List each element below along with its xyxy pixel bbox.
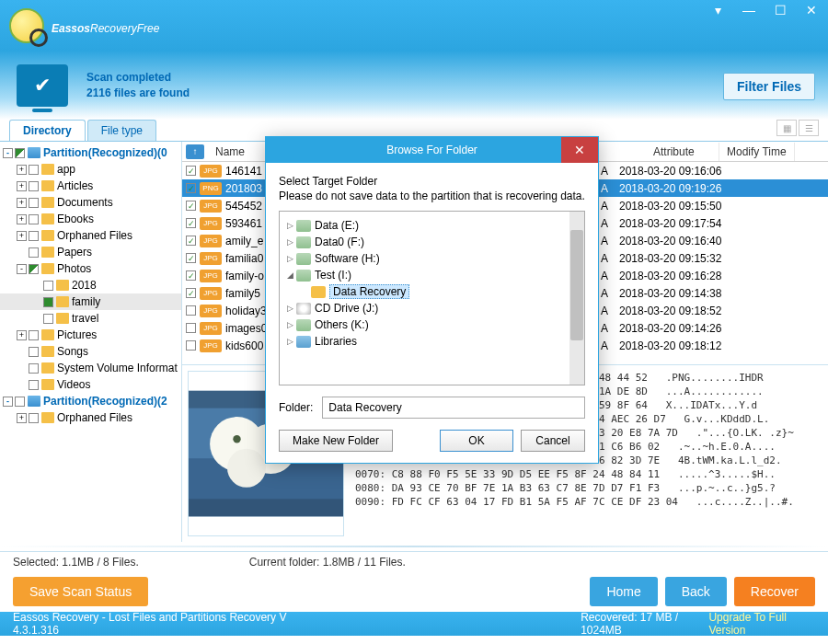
checkbox[interactable] <box>29 214 39 224</box>
recover-button[interactable]: Recover <box>734 577 815 606</box>
directory-tree[interactable]: -Partition(Recognized)(0+app+Articles+Do… <box>0 142 182 542</box>
up-folder-icon[interactable]: ↑ <box>186 144 204 159</box>
col-attribute[interactable]: Attribute <box>646 143 719 161</box>
dialog-title-bar[interactable]: Browse For Folder ✕ <box>266 137 598 163</box>
checkbox[interactable] <box>29 330 39 340</box>
expand-triangle-icon[interactable]: ▷ <box>287 337 296 346</box>
tree-node[interactable]: -Partition(Recognized)(2 <box>0 393 181 409</box>
upgrade-link[interactable]: Upgrade To Full Version <box>708 611 815 637</box>
folder-node[interactable]: ◢Test (I:) <box>283 267 581 283</box>
folder-node[interactable]: Data Recovery <box>283 283 581 300</box>
tree-node[interactable]: +Pictures <box>0 327 181 343</box>
tree-node[interactable]: Videos <box>0 376 181 393</box>
tree-node[interactable]: +Articles <box>0 178 181 194</box>
expand-icon[interactable]: + <box>17 165 27 175</box>
folder-tree[interactable]: ▷Data (E:)▷Data0 (F:)▷Software (H:)◢Test… <box>279 211 585 385</box>
expand-icon[interactable]: + <box>17 413 27 423</box>
tree-node[interactable]: +Orphaned Files <box>0 409 181 426</box>
back-button[interactable]: Back <box>665 577 727 606</box>
folder-node[interactable]: ▷Libraries <box>283 333 581 350</box>
checkbox[interactable] <box>29 165 39 175</box>
checkbox[interactable] <box>29 231 39 241</box>
folder-node[interactable]: ▷Software (H:) <box>283 250 581 267</box>
expand-triangle-icon[interactable]: ▷ <box>287 237 296 247</box>
checkbox[interactable] <box>29 347 39 357</box>
checkbox[interactable] <box>29 380 39 390</box>
expand-icon[interactable]: - <box>3 397 13 407</box>
expand-icon[interactable]: + <box>17 181 27 191</box>
folder-input[interactable] <box>322 397 585 419</box>
tree-node[interactable]: System Volume Informat <box>0 360 181 376</box>
node-label: Photos <box>57 262 91 275</box>
expand-triangle-icon[interactable]: ▷ <box>287 304 296 313</box>
checkbox[interactable] <box>29 413 39 423</box>
tree-node[interactable]: +Ebooks <box>0 211 181 227</box>
checkbox[interactable] <box>29 198 39 208</box>
checkbox[interactable] <box>15 397 25 407</box>
checkbox[interactable] <box>29 181 39 191</box>
file-checkbox[interactable] <box>186 218 196 228</box>
status-current: Current folder: 1.8MB / 11 Files. <box>249 556 406 569</box>
tree-node[interactable]: Songs <box>0 343 181 360</box>
expand-triangle-icon[interactable]: ◢ <box>287 270 296 280</box>
tab-file-type[interactable]: File type <box>87 120 156 141</box>
ok-button[interactable]: OK <box>440 430 513 452</box>
folder-node[interactable]: ▷Data0 (F:) <box>283 234 581 250</box>
file-checkbox[interactable] <box>186 201 196 211</box>
tree-node[interactable]: family <box>0 293 181 310</box>
file-checkbox[interactable] <box>186 288 196 298</box>
view-grid-icon[interactable]: ▦ <box>776 120 797 136</box>
checkbox[interactable] <box>29 264 39 274</box>
cancel-button[interactable]: Cancel <box>521 430 585 452</box>
file-checkbox[interactable] <box>186 323 196 333</box>
tree-node[interactable]: Papers <box>0 244 181 260</box>
file-checkbox[interactable] <box>186 253 196 263</box>
expand-icon[interactable]: + <box>17 214 27 224</box>
filter-files-button[interactable]: Filter Files <box>723 73 815 100</box>
title-bold: Eassos <box>52 22 90 35</box>
scrollbar[interactable] <box>569 212 584 385</box>
scrollbar-thumb[interactable] <box>570 230 583 340</box>
col-modify-time[interactable]: Modify Time <box>719 143 795 161</box>
checkbox[interactable] <box>29 247 39 258</box>
folder-node[interactable]: ▷Data (E:) <box>283 217 581 234</box>
checkbox[interactable] <box>15 148 25 158</box>
checkbox[interactable] <box>29 363 39 374</box>
file-checkbox[interactable] <box>186 305 196 316</box>
home-button[interactable]: Home <box>590 577 657 606</box>
tab-directory[interactable]: Directory <box>9 120 86 141</box>
tree-node[interactable]: travel <box>0 310 181 327</box>
tree-node[interactable]: -Partition(Recognized)(0 <box>0 144 181 161</box>
file-checkbox[interactable] <box>186 270 196 281</box>
expand-triangle-icon[interactable]: ▷ <box>287 221 296 230</box>
expand-triangle-icon[interactable]: ▷ <box>287 320 296 329</box>
file-checkbox[interactable] <box>186 340 196 351</box>
file-checkbox[interactable] <box>186 183 196 193</box>
file-checkbox[interactable] <box>186 166 196 176</box>
checkbox[interactable] <box>43 297 53 307</box>
tree-node[interactable]: +Orphaned Files <box>0 227 181 244</box>
close-button[interactable]: ✕ <box>802 4 821 17</box>
expand-triangle-icon[interactable]: ▷ <box>287 254 296 263</box>
tree-node[interactable]: +Documents <box>0 194 181 211</box>
expand-icon[interactable]: - <box>17 264 27 274</box>
make-new-folder-button[interactable]: Make New Folder <box>279 430 393 452</box>
minimize-button[interactable]: — <box>740 4 758 17</box>
tree-node[interactable]: +app <box>0 161 181 178</box>
expand-icon[interactable]: + <box>17 231 27 241</box>
file-checkbox[interactable] <box>186 236 196 246</box>
save-scan-status-button[interactable]: Save Scan Status <box>13 577 148 606</box>
checkbox[interactable] <box>43 281 53 291</box>
menu-button[interactable]: ▾ <box>708 4 727 17</box>
maximize-button[interactable]: ☐ <box>771 4 789 17</box>
folder-node[interactable]: ▷Others (K:) <box>283 316 581 333</box>
expand-icon[interactable]: + <box>17 330 27 340</box>
dialog-close-button[interactable]: ✕ <box>561 137 598 163</box>
checkbox[interactable] <box>43 314 53 324</box>
tree-node[interactable]: -Photos <box>0 260 181 277</box>
view-list-icon[interactable]: ☰ <box>799 120 819 136</box>
expand-icon[interactable]: - <box>3 148 13 158</box>
tree-node[interactable]: 2018 <box>0 277 181 293</box>
folder-node[interactable]: ▷CD Drive (J:) <box>283 300 581 316</box>
expand-icon[interactable]: + <box>17 198 27 208</box>
